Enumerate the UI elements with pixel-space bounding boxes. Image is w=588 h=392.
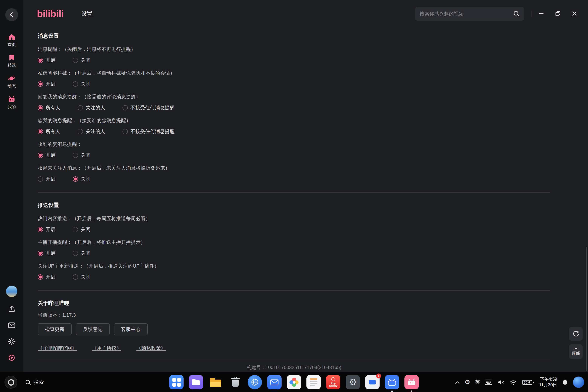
radio-option[interactable]: 开启 [38, 274, 56, 280]
purple-app-icon[interactable] [189, 375, 203, 389]
envelope-glyph [270, 379, 278, 386]
grid-glyph [172, 378, 181, 386]
brightness-icon[interactable] [8, 337, 16, 346]
taskbar-search[interactable]: 搜索 [25, 379, 44, 386]
radio-option[interactable]: 不接受任何消息提醒 [122, 128, 174, 134]
radio-icon [122, 129, 128, 134]
radio-option[interactable]: 关注的人 [78, 128, 105, 134]
files-folder-icon[interactable] [208, 375, 223, 389]
system-tray: ⚙ 英 70 下午4:59 11月30日 [454, 372, 584, 392]
app-grid-icon[interactable] [169, 375, 184, 389]
section-title-about: 关于哔哩哔哩 [38, 300, 550, 306]
radio-option[interactable]: 所有人 [38, 128, 60, 134]
radio-option[interactable]: 开启 [38, 81, 56, 87]
tray-expand-icon[interactable] [454, 380, 460, 384]
minimize-button[interactable] [535, 8, 547, 20]
radio-option[interactable]: 关闭 [73, 226, 90, 232]
privacy-policy-link[interactable]: 《隐私政策》 [136, 345, 166, 351]
radio-option[interactable]: 开启 [38, 250, 56, 256]
radio-option[interactable]: 开启 [38, 176, 56, 182]
page-title: 设置 [81, 10, 92, 17]
launcher-button[interactable] [4, 376, 17, 388]
radio-option[interactable]: 开启 [38, 57, 56, 63]
tray-assistant-icon[interactable]: ⚙ [465, 379, 470, 385]
setting-row: 热门内容推送：（开启后，每周五将推送每周必看） 开启 关闭 [38, 215, 550, 232]
back-to-top-button[interactable]: 顶部 [569, 344, 583, 359]
mail-icon[interactable] [8, 321, 16, 330]
volume-muted-icon[interactable] [497, 379, 505, 385]
close-button[interactable] [568, 8, 580, 20]
about-buttons: 检查更新 反馈意见 客服中心 [38, 324, 550, 335]
restore-button[interactable] [552, 8, 564, 20]
bilibili-app-icon[interactable] [404, 375, 419, 389]
user-avatar[interactable] [6, 286, 17, 297]
titlebar: bilibili 设置 [23, 0, 588, 27]
search-input[interactable] [420, 11, 510, 16]
notes-icon[interactable] [306, 375, 321, 389]
battery-icon[interactable]: 70 [522, 379, 534, 385]
store-app-icon[interactable]: 1 [365, 375, 380, 389]
scrollbar-thumb[interactable] [586, 247, 587, 371]
sidebar-item-featured[interactable]: 精选 [8, 54, 16, 68]
support-center-button[interactable]: 客服中心 [114, 324, 148, 335]
appgallery-icon[interactable]: App Gallery [326, 375, 340, 389]
notification-bell-icon[interactable] [562, 379, 568, 386]
divider [38, 192, 550, 192]
radio-option[interactable]: 关闭 [73, 274, 90, 280]
setting-label: 关注UP主更新推送：（开启后，推送关注的UP主稿件） [38, 263, 550, 269]
radio-option[interactable]: 关闭 [73, 250, 90, 256]
radio-option[interactable]: 不接受任何消息提醒 [122, 105, 174, 110]
sidebar-item-mine[interactable]: 我的 [8, 95, 16, 110]
radio-option[interactable]: 关闭 [73, 152, 90, 158]
radio-option[interactable]: 关注的人 [78, 105, 105, 110]
record-icon[interactable] [8, 354, 16, 362]
radio-icon [78, 105, 83, 110]
mail-app-icon[interactable] [267, 375, 282, 389]
setting-row: 私信智能拦截：（开启后，将自动拦截疑似骚扰和不良的会话） 开启 关闭 [38, 70, 550, 87]
bookmark-icon [8, 54, 16, 62]
setting-label: 热门内容推送：（开启后，每周五将推送每周必看） [38, 215, 550, 222]
blue-tv-app-icon[interactable] [385, 375, 399, 389]
radio-icon [38, 58, 43, 63]
upload-icon[interactable] [8, 305, 16, 313]
radio-option[interactable]: 所有人 [38, 105, 60, 110]
version-label: 当前版本：1.17.3 [38, 312, 550, 318]
check-update-button[interactable]: 检查更新 [38, 324, 72, 335]
radio-icon [38, 274, 43, 280]
gear-icon: ⚙ [349, 378, 357, 387]
clock[interactable]: 下午4:59 11月30日 [539, 376, 557, 388]
radio-icon [73, 176, 78, 182]
radio-option[interactable]: 关闭 [73, 81, 90, 87]
search-icon[interactable] [513, 10, 520, 17]
search-box[interactable] [415, 6, 524, 20]
chevron-left-icon [9, 12, 15, 18]
tv-outline-glyph [388, 378, 396, 386]
store-glyph [369, 380, 376, 384]
user-agreement-link[interactable]: 《用户协议》 [92, 345, 121, 351]
refresh-button[interactable] [569, 327, 583, 341]
wifi-icon[interactable] [510, 379, 517, 385]
radio-option[interactable]: 开启 [38, 152, 56, 158]
window-controls-divider [531, 10, 532, 16]
sidebar-item-dynamic[interactable]: 动态 [8, 75, 16, 89]
radio-icon [38, 81, 43, 86]
gallery-icon[interactable] [287, 375, 301, 389]
official-site-link[interactable]: 《哔哩哔哩官网》 [38, 345, 77, 351]
back-button[interactable] [5, 8, 18, 21]
tray-avatar[interactable] [573, 376, 584, 388]
taskbar: 搜索 [0, 372, 588, 392]
ime-indicator[interactable]: 英 [475, 379, 480, 386]
radio-option[interactable]: 关闭 [73, 57, 90, 63]
trash-icon[interactable] [228, 375, 242, 389]
keyboard-icon[interactable] [485, 380, 492, 385]
feedback-button[interactable]: 反馈意见 [76, 324, 110, 335]
settings-content: 消息设置 消息提醒：（关闭后，消息将不再进行提醒） 开启 关闭 私信智能拦截：（… [23, 27, 588, 372]
radio-option[interactable]: 关闭 [73, 176, 90, 182]
radio-icon [38, 176, 43, 182]
browser-icon[interactable] [248, 375, 262, 389]
radio-option[interactable]: 开启 [38, 226, 56, 232]
setting-row: 收起未关注人消息：（开启后，未关注人消息将被折叠起来） 开启 关闭 [38, 165, 550, 182]
bilibili-logo[interactable]: bilibili [37, 8, 64, 20]
settings-app-icon[interactable]: ⚙ [346, 375, 360, 389]
sidebar-item-home[interactable]: 首页 [8, 33, 16, 48]
